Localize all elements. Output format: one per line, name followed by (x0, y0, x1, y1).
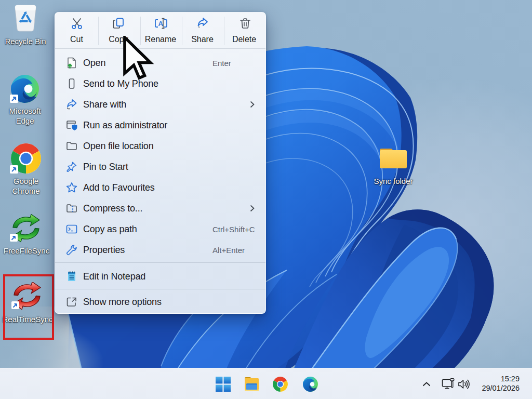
svg-text:A: A (158, 20, 164, 28)
